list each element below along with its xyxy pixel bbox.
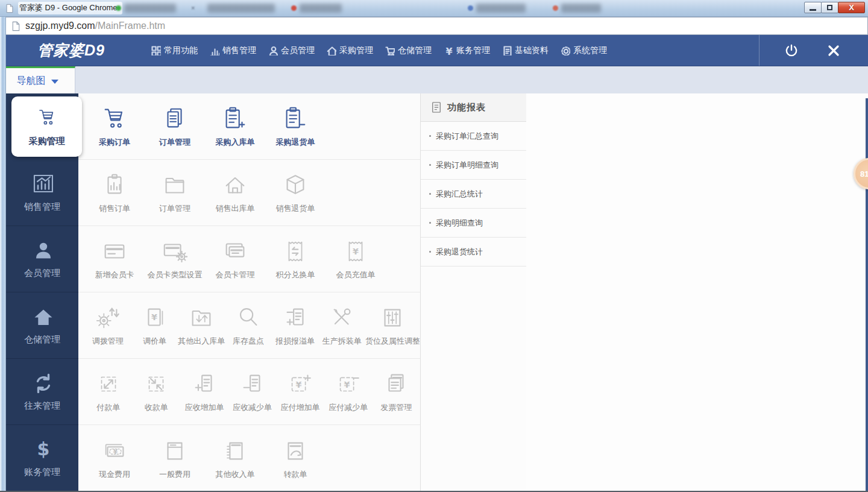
tile-arrows-out[interactable]: 付款单: [84, 370, 133, 413]
sidebar-item-sync[interactable]: 往来管理: [6, 359, 78, 425]
tile-folder-arrows[interactable]: 其他出入库单: [178, 304, 225, 347]
svg-text:¥: ¥: [113, 447, 118, 455]
tile-gear-arrows[interactable]: 调拨管理: [84, 304, 131, 347]
home-icon: [326, 45, 336, 55]
background-tab: [561, 4, 601, 13]
minimize-button[interactable]: [804, 2, 822, 13]
svg-text:¥: ¥: [445, 46, 452, 56]
page-icon: [11, 21, 20, 31]
nav-item-grid[interactable]: 常用功能: [149, 42, 199, 60]
tile-doc-plusminus[interactable]: 报损报溢单: [272, 304, 319, 347]
invoice-icon: [382, 370, 410, 398]
background-tab-favicon: [291, 5, 297, 11]
receipt-yen-icon: ¥: [342, 238, 370, 265]
yenbox-minus-icon: ¥: [335, 370, 362, 398]
tile-row-5: 付款单收款单应收增加单应收减少单¥应付增加单¥应付减少单发票管理: [78, 359, 420, 425]
sidebar-item-warehouse[interactable]: 仓储管理: [6, 292, 78, 359]
tile-box-arrow[interactable]: 转款单: [265, 437, 326, 480]
tile-label: 积分兑换单: [276, 270, 315, 280]
bullet-dot-icon: [429, 251, 431, 253]
nav-item-label: 销售管理: [222, 45, 256, 56]
tile-clipboard-chart[interactable]: 销售订单: [84, 171, 145, 214]
power-icon: [784, 43, 799, 58]
maximize-button[interactable]: [821, 2, 838, 13]
tile-label: 现金费用: [99, 469, 130, 480]
close-app-button[interactable]: [826, 43, 841, 58]
tile-label: 应付增加单: [281, 402, 320, 413]
sidebar-item-member[interactable]: 会员管理: [6, 226, 78, 292]
background-tab-close-icon: ×: [191, 4, 195, 11]
background-tab: [124, 4, 176, 13]
tile-label: 销售退货单: [276, 203, 315, 214]
report-item[interactable]: 采购明细查询: [421, 209, 526, 238]
report-item[interactable]: 采购汇总统计: [421, 180, 526, 209]
tile-label: 会员卡管理: [216, 270, 255, 280]
receipt-swap-icon: [281, 238, 309, 265]
tile-magnifier[interactable]: 库存盘点: [225, 304, 272, 347]
reports-panel-title: 功能报表: [447, 102, 486, 113]
tile-card[interactable]: 新增会员卡: [84, 238, 145, 280]
tile-yenbox-minus[interactable]: ¥应付减少单: [324, 370, 373, 413]
nav-item-barchart[interactable]: 销售管理: [208, 42, 257, 60]
background-tab-favicon: [116, 5, 121, 11]
tab-navigation-map[interactable]: 导航图: [0, 66, 75, 93]
sidebar-item-dollar[interactable]: $账务管理: [6, 425, 78, 491]
doc-plusminus-icon: [281, 304, 309, 332]
sidebar-item-cart[interactable]: 采购管理: [11, 96, 82, 157]
tile-house[interactable]: 销售出库单: [205, 171, 265, 214]
bullet-dot-icon: [429, 135, 431, 137]
power-button[interactable]: [784, 43, 799, 58]
tile-arrows-in[interactable]: 收款单: [133, 370, 181, 413]
tile-label: 库存盘点: [233, 336, 264, 347]
address-bar[interactable]: szgjp.myd9.com/MainFrame.htm: [6, 17, 868, 35]
nav-item-cart-s[interactable]: 仓储管理: [383, 42, 433, 60]
tile-card-gear[interactable]: 会员卡类型设置: [145, 238, 205, 280]
tile-yenbox-plus[interactable]: ¥应付增加单: [276, 370, 324, 413]
tile-notebook[interactable]: 其他收入单: [205, 437, 265, 480]
close-window-button[interactable]: X: [838, 2, 865, 13]
sidebar-item-chart[interactable]: 销售管理: [6, 160, 78, 226]
app-header: 管家婆D9 常用功能销售管理会员管理采购管理仓储管理¥账务管理基础资料系统管理: [0, 35, 868, 66]
gear-icon: [560, 45, 570, 55]
tile-banknote[interactable]: ¥现金费用: [84, 437, 145, 480]
tile-folder[interactable]: 订单管理: [145, 171, 205, 214]
nav-item-gear[interactable]: 系统管理: [559, 42, 608, 60]
tile-doc-yen[interactable]: ¥调价单: [131, 304, 178, 347]
nav-item-doc[interactable]: 基础资料: [500, 42, 550, 60]
nav-item-home[interactable]: 采购管理: [325, 42, 374, 60]
tile-cards[interactable]: 会员卡管理: [205, 238, 265, 280]
nav-item-person[interactable]: 会员管理: [266, 42, 316, 60]
tile-doc-minus[interactable]: 应收减少单: [228, 370, 277, 413]
report-item[interactable]: 采购订单明细查询: [421, 151, 526, 180]
tile-label: 新增会员卡: [95, 270, 134, 280]
report-item[interactable]: 采购退货统计: [421, 238, 526, 266]
grid-icon: [151, 45, 161, 55]
tab-label: 导航图: [17, 75, 46, 87]
tile-label: 采购订单: [99, 137, 130, 148]
tile-row-3: 新增会员卡会员卡类型设置会员卡管理积分兑换单¥会员充值单: [78, 226, 420, 292]
tile-sliders[interactable]: 货位及属性调整: [365, 304, 420, 347]
tile-receipt-yen[interactable]: ¥会员充值单: [326, 238, 386, 280]
nav-item-yen[interactable]: ¥账务管理: [442, 42, 491, 60]
tile-clipboard-plus[interactable]: 采购入库单: [205, 105, 265, 148]
tile-clipboard-minus[interactable]: 采购退货单: [265, 105, 326, 148]
bullet-dot-icon: [429, 164, 431, 166]
tile-receipt-swap[interactable]: 积分兑换单: [265, 238, 326, 280]
tile-window-box[interactable]: 一般费用: [145, 437, 205, 480]
sidebar-item-label: 销售管理: [24, 201, 60, 213]
tile-label: 其他收入单: [216, 469, 255, 480]
tile-tools[interactable]: 生产拆装单: [318, 304, 365, 347]
tile-label: 应收增加单: [184, 402, 224, 413]
tile-cart[interactable]: 采购订单: [84, 105, 145, 148]
tile-label: 调拨管理: [92, 336, 124, 347]
tile-label: 生产拆装单: [322, 336, 362, 347]
dollar-icon: $: [31, 438, 53, 459]
report-item[interactable]: 采购订单汇总查询: [421, 122, 526, 151]
tools-icon: [328, 304, 356, 332]
tile-doc-plus[interactable]: 应收增加单: [180, 370, 228, 413]
tile-label: 转款单: [284, 469, 307, 480]
sidebar-item-label: 仓储管理: [24, 334, 60, 345]
tile-invoice[interactable]: 发票管理: [372, 370, 420, 413]
tile-docs[interactable]: 订单管理: [145, 105, 205, 148]
tile-cube[interactable]: 销售退货单: [265, 171, 326, 214]
